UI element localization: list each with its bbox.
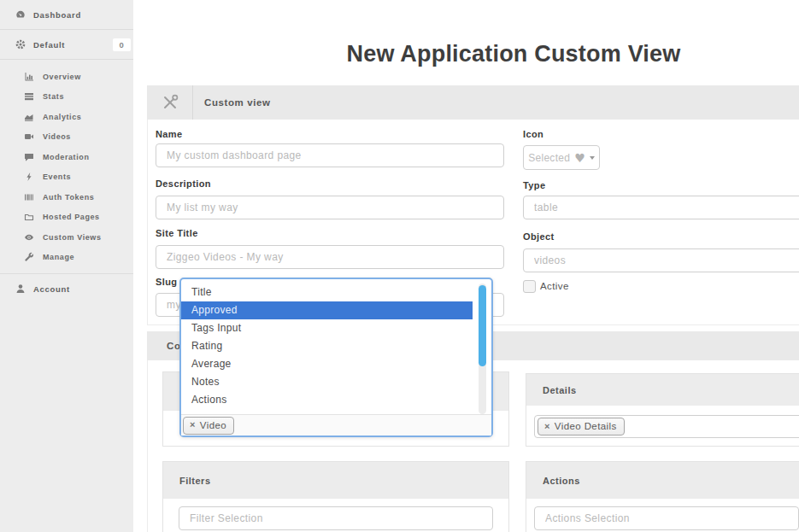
remove-icon[interactable]: ×: [544, 422, 550, 431]
gauge-icon: [15, 9, 26, 20]
video-camera-icon: [24, 132, 34, 142]
object-input[interactable]: [523, 248, 799, 272]
sidebar-item-auth-tokens[interactable]: Auth Tokens: [0, 187, 133, 208]
gear-icon: [15, 39, 26, 50]
tag-label: Video Details: [555, 421, 617, 431]
sidebar-item-custom-views[interactable]: Custom Views: [0, 227, 133, 248]
app-count-badge: 0: [113, 38, 131, 51]
sidebar-item-label: Moderation: [43, 153, 90, 161]
active-label: Active: [540, 281, 569, 291]
sidebar-item-label: Overview: [43, 73, 81, 81]
sidebar-item-label: Dashboard: [33, 10, 81, 20]
sidebar-item-label: Stats: [43, 92, 64, 101]
bar-chart-icon: [24, 72, 34, 82]
eye-icon: [24, 232, 34, 243]
sidebar-item-label: Analytics: [43, 113, 81, 121]
barcode-icon: [24, 192, 34, 202]
heart-icon: ♥: [574, 152, 585, 164]
details-multiselect[interactable]: × Video Details: [534, 415, 799, 438]
details-box-header: Details: [526, 374, 799, 406]
sidebar-app-menu: Overview Stats Analytics Videos Moderati…: [0, 60, 133, 273]
icon-select-text: Selected: [528, 152, 570, 164]
actions-box-header: Actions: [526, 462, 799, 499]
page-title: New Application Custom View: [133, 41, 799, 67]
sidebar-item-account[interactable]: Account: [0, 273, 133, 303]
area-chart-icon: [24, 112, 34, 122]
dropdown-option-list: Title Approved Tags Input Rating Average…: [181, 279, 491, 413]
dropdown-option-highlighted[interactable]: Approved: [181, 301, 473, 319]
dropdown-option[interactable]: Title: [181, 284, 473, 301]
sidebar-item-moderation[interactable]: Moderation: [0, 147, 133, 167]
site-title-input[interactable]: [156, 245, 504, 269]
box-title: Filters: [179, 476, 211, 486]
sidebar-item-events[interactable]: Events: [0, 167, 133, 188]
slug-label: Slug: [156, 277, 177, 287]
dropdown-option[interactable]: Actions: [181, 391, 473, 409]
sidebar-item-dashboard[interactable]: Dashboard: [0, 0, 133, 30]
dropdown-option[interactable]: Average: [181, 355, 473, 373]
bolt-icon: [24, 172, 34, 182]
box-title: Details: [543, 385, 577, 395]
remove-icon[interactable]: ×: [190, 420, 196, 430]
filters-box-header: Filters: [163, 462, 508, 499]
user-icon: [15, 284, 26, 294]
dropdown-option[interactable]: Notes: [181, 373, 473, 391]
sidebar-item-overview[interactable]: Overview: [0, 67, 133, 87]
sidebar-item-manage[interactable]: Manage: [0, 248, 133, 268]
sidebar-item-label: Default: [33, 40, 65, 50]
sidebar-item-label: Events: [43, 172, 71, 181]
custom-view-panel-header: Custom view: [147, 85, 799, 120]
sidebar-item-videos[interactable]: Videos: [0, 127, 133, 148]
sidebar-item-analytics[interactable]: Analytics: [0, 107, 133, 127]
dropdown-scrollbar-thumb[interactable]: [479, 285, 486, 366]
description-input[interactable]: [156, 196, 504, 219]
sidebar-item-label: Custom Views: [43, 233, 102, 242]
name-input[interactable]: [156, 143, 504, 167]
comment-icon: [24, 152, 34, 162]
icon-select-button[interactable]: Selected ♥: [523, 145, 600, 170]
caret-down-icon: [590, 156, 595, 160]
tools-icon: [147, 85, 193, 120]
dropdown-option[interactable]: Rating: [181, 337, 473, 355]
tag-label: Video: [200, 420, 226, 430]
box-title: Actions: [543, 476, 580, 486]
sidebar-item-label: Account: [33, 284, 70, 294]
columns-multiselect-dropdown: Title Approved Tags Input Rating Average…: [179, 278, 493, 437]
active-checkbox[interactable]: [523, 280, 536, 293]
dropdown-option[interactable]: Status: [181, 409, 473, 413]
columns-selection-area[interactable]: × Video: [181, 414, 491, 436]
sidebar-item-hosted-pages[interactable]: Hosted Pages: [0, 208, 133, 228]
icon-label: Icon: [523, 129, 543, 139]
sidebar-item-label: Videos: [43, 132, 71, 141]
sidebar-item-default-app[interactable]: Default 0: [0, 30, 133, 60]
type-input[interactable]: [523, 196, 799, 219]
app-window: Dashboard Default 0 Overview Stats Analy…: [0, 0, 799, 532]
dropdown-scrollbar-track[interactable]: [479, 284, 486, 414]
description-label: Description: [156, 178, 211, 189]
sidebar-item-stats[interactable]: Stats: [0, 87, 133, 108]
filter-selection-input[interactable]: [179, 506, 493, 530]
sidebar: Dashboard Default 0 Overview Stats Analy…: [0, 0, 133, 532]
panel-title: Custom view: [193, 97, 271, 108]
wrench-icon: [24, 252, 34, 262]
selected-tag-video[interactable]: × Video: [183, 417, 234, 435]
sidebar-item-label: Auth Tokens: [43, 193, 94, 202]
actions-selection-input[interactable]: [534, 506, 799, 530]
type-label: Type: [523, 180, 545, 190]
sidebar-item-label: Manage: [43, 253, 74, 261]
name-label: Name: [156, 129, 183, 139]
stats-list-icon: [24, 91, 34, 102]
folder-icon: [24, 212, 34, 222]
selected-tag-video-details[interactable]: × Video Details: [538, 418, 625, 436]
object-label: Object: [523, 231, 555, 242]
sidebar-item-label: Hosted Pages: [43, 213, 100, 221]
dropdown-option[interactable]: Tags Input: [181, 319, 473, 337]
site-title-label: Site Title: [156, 228, 198, 238]
